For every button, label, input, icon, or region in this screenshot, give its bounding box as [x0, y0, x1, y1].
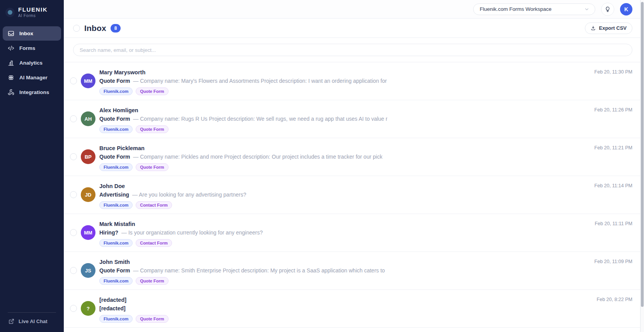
preview: — Company name: Pickles and more Project… [133, 154, 382, 160]
subject-line: Advertising— Are you looking for any adv… [99, 190, 246, 199]
live-ai-chat-link[interactable]: Live AI Chat [0, 313, 64, 332]
workspace-selector[interactable]: Fluenik.com Forms Workspace [473, 3, 595, 15]
timestamp: Feb 20, 11:14 PM [595, 183, 632, 188]
top-bar: Fluenik.com Forms Workspace K [64, 0, 644, 19]
inbox-row[interactable]: JS John Smith Quote Form— Company name: … [64, 252, 644, 290]
subject-line: Quote Form— Company name: Mary's Flowers… [99, 77, 387, 85]
avatar: BP [81, 149, 95, 164]
timestamp: Feb 20, 11:11 PM [595, 221, 632, 226]
select-all-checkbox[interactable] [73, 25, 80, 32]
avatar: ? [81, 301, 95, 316]
tag-pill[interactable]: Fluenik.com [99, 87, 133, 95]
inbox-row[interactable]: MM Mark Mistafin Hiring?— Is your organi… [64, 214, 644, 252]
row-checkbox[interactable] [70, 77, 77, 84]
row-checkbox[interactable] [70, 229, 77, 236]
sidebar-footer: Live AI Chat [0, 312, 64, 332]
sender-name: Mary Marysworth [99, 68, 387, 77]
sender-name: [redacted] [99, 296, 169, 304]
row-body: Alex Homligen Quote Form— Company name: … [99, 100, 387, 133]
preview: — Is your organization currently looking… [121, 229, 263, 236]
export-csv-button[interactable]: Export CSV [585, 22, 632, 34]
tag-pill[interactable]: Fluenik.com [99, 239, 133, 247]
tag-pill[interactable]: Quote Form [136, 315, 168, 323]
bar-chart-icon [8, 60, 14, 66]
tag-pill[interactable]: Fluenik.com [99, 125, 133, 133]
sender-name: Bruce Pickleman [99, 144, 382, 152]
scrollbar-thumb[interactable] [641, 2, 644, 307]
avatar: MM [81, 225, 95, 240]
sidebar-item-forms[interactable]: Forms [3, 41, 61, 55]
timestamp: Feb 20, 11:26 PM [595, 107, 632, 113]
inbox-icon [8, 30, 14, 37]
inbox-list: MM Mary Marysworth Quote Form— Company n… [64, 62, 644, 332]
avatar: MM [81, 74, 95, 88]
row-body: Bruce Pickleman Quote Form— Company name… [99, 138, 382, 171]
brand-name: FLUENIK [18, 7, 48, 13]
user-avatar[interactable]: K [620, 3, 632, 15]
preview: — Company name: Mary's Flowers and Assor… [133, 78, 387, 84]
subject: Quote Form [99, 78, 130, 84]
export-csv-label: Export CSV [599, 25, 627, 31]
tag-pill[interactable]: Contact Form [136, 239, 172, 247]
tag-pill[interactable]: Quote Form [136, 87, 168, 95]
tags: Fluenik.comQuote Form [99, 87, 387, 95]
download-icon [591, 26, 596, 31]
inbox-row[interactable]: BP Bruce Pickleman Quote Form— Company n… [64, 138, 644, 176]
tags: Fluenik.comQuote Form [99, 315, 169, 323]
tag-pill[interactable]: Contact Form [136, 201, 172, 209]
tag-pill[interactable]: Fluenik.com [99, 277, 133, 285]
page-header: Inbox 8 Export CSV [64, 19, 644, 38]
tag-pill[interactable]: Quote Form [136, 277, 168, 285]
tag-pill[interactable]: Fluenik.com [99, 315, 133, 323]
tags: Fluenik.comContact Form [99, 239, 263, 247]
avatar: JD [81, 187, 95, 202]
row-checkbox[interactable] [70, 267, 77, 274]
sender-name: Mark Mistafin [99, 220, 263, 228]
theme-toggle-button[interactable] [601, 3, 614, 16]
row-checkbox[interactable] [70, 305, 77, 312]
sidebar-item-analytics[interactable]: Analytics [3, 56, 61, 70]
subject-line: Quote Form— Company name: Smith Enterpri… [99, 266, 385, 275]
sidebar-item-ai-manager[interactable]: AI Manager [3, 70, 61, 85]
brand-logo-icon [5, 8, 15, 17]
row-checkbox[interactable] [70, 153, 77, 160]
avatar: JS [81, 263, 95, 278]
sidebar-nav: Inbox Forms Analytics AI Manager Integra… [0, 26, 64, 99]
sidebar-item-label: AI Manager [19, 75, 48, 80]
sidebar-item-label: Analytics [19, 60, 43, 66]
row-checkbox[interactable] [70, 115, 77, 122]
chevron-down-icon [584, 7, 589, 12]
tag-pill[interactable]: Fluenik.com [99, 201, 133, 209]
scrollbar[interactable] [640, 0, 644, 332]
sidebar-item-label: Integrations [19, 89, 49, 95]
external-link-icon [9, 318, 14, 324]
lightbulb-icon [605, 6, 611, 12]
inbox-row[interactable]: MM Mary Marysworth Quote Form— Company n… [64, 62, 644, 100]
page-title: Inbox [84, 24, 106, 33]
tags: Fluenik.comQuote Form [99, 125, 387, 133]
live-ai-chat-label: Live AI Chat [19, 318, 48, 324]
brand-logo: FLUENIK AI Forms [0, 0, 64, 18]
sender-name: Alex Homligen [99, 106, 387, 115]
sidebar-item-label: Forms [19, 45, 35, 51]
subject: Quote Form [99, 116, 130, 122]
inbox-row[interactable]: AH Alex Homligen Quote Form— Company nam… [64, 100, 644, 138]
sidebar-item-integrations[interactable]: Integrations [3, 85, 61, 99]
inbox-row[interactable]: JD John Doe Advertising— Are you looking… [64, 176, 644, 214]
row-checkbox[interactable] [70, 191, 77, 198]
tag-pill[interactable]: Quote Form [136, 125, 168, 133]
timestamp: Feb 20, 8:22 PM [597, 297, 632, 302]
brain-icon [8, 74, 14, 81]
search-section [64, 38, 644, 62]
search-input[interactable] [73, 44, 632, 56]
tag-pill[interactable]: Quote Form [136, 163, 168, 171]
tag-pill[interactable]: Fluenik.com [99, 163, 133, 171]
subject-line: [redacted] [99, 304, 169, 313]
sender-name: John Smith [99, 258, 385, 266]
row-body: John Smith Quote Form— Company name: Smi… [99, 252, 385, 285]
inbox-row[interactable]: ? [redacted] [redacted] Fluenik.comQuote… [64, 290, 644, 328]
brand-tagline: AI Forms [18, 14, 48, 18]
row-body: Mary Marysworth Quote Form— Company name… [99, 62, 387, 95]
sidebar-item-inbox[interactable]: Inbox [3, 26, 61, 41]
workspace-selector-value: Fluenik.com Forms Workspace [480, 6, 552, 12]
